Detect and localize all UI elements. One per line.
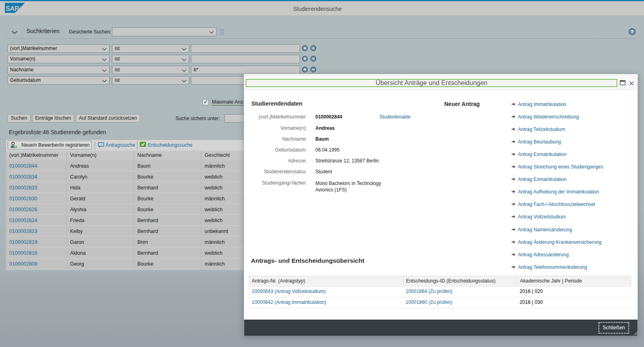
- svg-text:SAP: SAP: [6, 5, 19, 12]
- svg-text:?: ?: [631, 29, 634, 34]
